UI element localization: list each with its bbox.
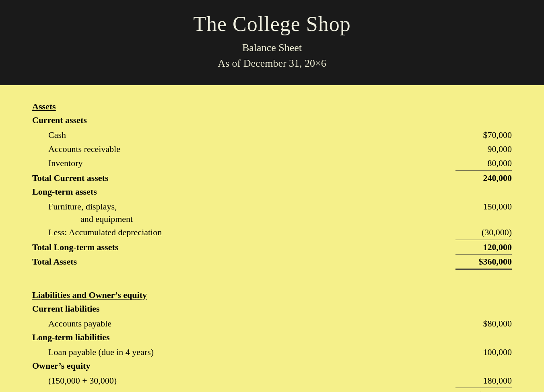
depreciation-label: Less: Accumulated depreciation: [32, 225, 162, 239]
loan-payable-value: 100,000: [455, 345, 512, 359]
current-assets-subsection: Current assets Cash $70,000 Accounts rec…: [32, 115, 512, 171]
furniture-value: 150,000: [455, 199, 512, 213]
long-term-assets-heading: Long-term assets: [32, 187, 512, 197]
accounts-payable-line: Accounts payable $80,000: [32, 316, 512, 330]
report-title-date: Balance Sheet As of December 31, 20×6: [8, 40, 536, 71]
assets-section: Assets Current assets Cash $70,000 Accou…: [32, 101, 512, 270]
inventory-value: 80,000: [455, 156, 512, 170]
total-current-assets-value: 240,000: [455, 171, 512, 185]
total-long-term-assets-label: Total Long-term assets: [32, 240, 118, 254]
long-term-liabilities-subsection: Long-term liabilities Loan payable (due …: [32, 332, 512, 359]
inventory-line: Inventory 80,000: [32, 156, 512, 170]
current-liabilities-subsection: Current liabilities Accounts payable $80…: [32, 304, 512, 330]
liabilities-section: Liabilities and Owner’s equity Current l…: [32, 290, 512, 392]
current-assets-heading: Current assets: [32, 115, 512, 125]
depreciation-line: Less: Accumulated depreciation (30,000): [32, 225, 512, 240]
total-assets-line: Total Assets $360,000: [32, 254, 512, 270]
total-liabilities-equity-label: Total Liabilities and Owner’s equity: [32, 388, 169, 392]
total-assets-label: Total Assets: [32, 254, 77, 269]
cash-label: Cash: [32, 128, 66, 142]
assets-heading: Assets: [32, 101, 512, 112]
long-term-liabilities-heading: Long-term liabilities: [32, 332, 512, 343]
furniture-label: Furniture, displays, and equipment: [32, 201, 133, 226]
company-name: The College Shop: [8, 12, 536, 36]
report-content: Assets Current assets Cash $70,000 Accou…: [0, 85, 544, 392]
report-title: Balance Sheet: [8, 40, 536, 55]
total-liabilities-equity-value: $360,000: [455, 388, 512, 392]
long-term-assets-subsection: Long-term assets Furniture, displays, an…: [32, 187, 512, 240]
accounts-receivable-value: 90,000: [455, 142, 512, 156]
total-assets-value: $360,000: [455, 254, 512, 270]
report-header: The College Shop Balance Sheet As of Dec…: [0, 0, 544, 85]
loan-payable-line: Loan payable (due in 4 years) 100,000: [32, 345, 512, 359]
furniture-line1: Furniture, displays,: [48, 201, 117, 211]
accounts-receivable-label: Accounts receivable: [32, 142, 120, 156]
loan-payable-label: Loan payable (due in 4 years): [32, 345, 154, 359]
total-long-term-assets-line: Total Long-term assets 120,000: [32, 240, 512, 254]
current-liabilities-heading: Current liabilities: [32, 304, 512, 314]
total-long-term-assets-value: 120,000: [455, 240, 512, 254]
total-current-assets-line: Total Current assets 240,000: [32, 171, 512, 185]
report-date: As of December 31, 20×6: [8, 55, 536, 71]
equity-calc-label: (150,000 + 30,000): [32, 374, 117, 388]
inventory-label: Inventory: [32, 156, 83, 170]
cash-value: $70,000: [455, 128, 512, 142]
liabilities-heading: Liabilities and Owner’s equity: [32, 290, 512, 300]
owners-equity-heading: Owner’s equity: [32, 361, 512, 371]
total-liabilities-equity-line: Total Liabilities and Owner’s equity $36…: [32, 388, 512, 392]
furniture-line: Furniture, displays, and equipment 150,0…: [32, 199, 512, 226]
furniture-line2: and equipment: [48, 214, 133, 224]
accounts-payable-value: $80,000: [455, 316, 512, 330]
accounts-payable-label: Accounts payable: [32, 316, 111, 330]
accounts-receivable-line: Accounts receivable 90,000: [32, 142, 512, 156]
cash-line: Cash $70,000: [32, 128, 512, 142]
depreciation-value: (30,000): [455, 225, 512, 240]
equity-calc-value: 180,000: [455, 374, 512, 388]
equity-calc-line: (150,000 + 30,000) 180,000: [32, 374, 512, 388]
total-current-assets-label: Total Current assets: [32, 171, 108, 185]
owners-equity-subsection: Owner’s equity (150,000 + 30,000) 180,00…: [32, 361, 512, 388]
